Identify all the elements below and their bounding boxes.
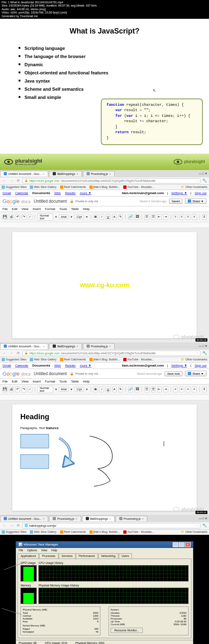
reload-button[interactable]: ⟳ (16, 523, 21, 528)
reload-button[interactable]: ⟳ (16, 350, 21, 356)
star-icon[interactable]: ☆ (196, 351, 198, 355)
tm-menu-options[interactable]: Options (27, 549, 37, 552)
align-justify-icon[interactable]: ≡ (192, 214, 196, 220)
highlight-icon[interactable]: ✎ (118, 214, 123, 220)
bookmark-item[interactable]: Suggested Sites (2, 186, 27, 189)
close-icon[interactable]: × (43, 344, 45, 348)
paint-icon[interactable]: ✓ (28, 214, 32, 220)
menu-table[interactable]: Table (71, 207, 79, 211)
image-icon[interactable]: 🖼 (135, 387, 139, 392)
gbar-gmail[interactable]: Gmail (2, 364, 11, 367)
forward-button[interactable]: → (9, 178, 14, 183)
link-icon[interactable]: 🔗 (128, 387, 133, 392)
spacing-icon[interactable]: ⇕ (202, 387, 207, 392)
bookmark-item[interactable]: Suggested Sites (2, 358, 27, 361)
signout-link[interactable]: Sign out (195, 364, 207, 367)
close-button[interactable]: × (185, 542, 191, 547)
align-icon[interactable]: ≡ (192, 387, 196, 392)
resource-monitor-button[interactable]: Resource Monitor... (111, 628, 143, 633)
close-icon[interactable]: × (43, 517, 45, 521)
menu-table[interactable]: Table (71, 380, 79, 383)
bookmark-item[interactable]: Reef Catchments (60, 530, 86, 534)
tab-processingjs[interactable]: Processing.js× (83, 343, 115, 349)
tm-menu-file[interactable]: File (18, 549, 23, 552)
document-title[interactable]: Untitled document (34, 371, 67, 376)
align-center-icon[interactable]: ≡ (180, 214, 184, 220)
other-bookmarks[interactable]: 📁 Other bookmarks (181, 358, 207, 361)
align-icon[interactable]: ≡ (186, 387, 190, 392)
bookmark-item[interactable]: Web Slice Gallery (30, 530, 57, 534)
forward-button[interactable]: → (9, 523, 14, 528)
minimize-button[interactable]: _ (173, 542, 178, 547)
tab-processingjs[interactable]: Processing.js× (49, 516, 81, 521)
maximize-button[interactable]: □ (179, 542, 185, 547)
save-button[interactable]: Saved (169, 199, 183, 204)
gbar-web[interactable]: Web (54, 364, 61, 367)
redo-icon[interactable]: ↷ (22, 214, 26, 220)
back-button[interactable]: ← (2, 523, 7, 528)
close-icon[interactable]: × (76, 517, 78, 521)
close-icon[interactable]: × (43, 172, 45, 176)
bookmark-item[interactable]: Reef Catchments (60, 186, 86, 189)
window-controls[interactable]: — □ ✕ (197, 517, 209, 520)
image-icon[interactable]: 🖼 (135, 214, 139, 220)
outdent-icon[interactable]: ⇤ (157, 214, 162, 220)
tab-processingjs[interactable]: Processing.js× (83, 171, 115, 177)
style-select[interactable]: Normal text (38, 213, 53, 221)
back-button[interactable]: ← (2, 178, 7, 183)
privacy-indicator[interactable]: 🔒Private to only me (70, 372, 98, 376)
menu-insert[interactable]: Insert (33, 380, 41, 383)
bold-icon[interactable]: B (93, 214, 98, 220)
menu-edit[interactable]: Edit (12, 380, 18, 383)
wrench-icon[interactable]: 🔧 (202, 178, 207, 183)
tab-processingjs[interactable]: Processing.js× (116, 516, 147, 521)
forward-button[interactable]: → (9, 350, 14, 356)
menu-edit[interactable]: Edit (12, 207, 18, 211)
document-page[interactable]: Heading Paragraphs. Text features (12, 405, 197, 511)
bookmark-item[interactable]: Reef Catchments (60, 358, 86, 361)
save-now-button[interactable]: Save now (165, 371, 183, 376)
menu-format[interactable]: Format (45, 207, 55, 211)
font-select[interactable]: Arial (59, 387, 69, 391)
size-select[interactable]: 11pt (74, 215, 84, 219)
indent-icon[interactable]: ⇥ (163, 387, 168, 392)
font-select[interactable]: Arial (59, 215, 69, 219)
menu-help[interactable]: Help (83, 380, 89, 383)
gbar-reader[interactable]: Reader (65, 364, 76, 367)
underline-icon[interactable]: U (106, 387, 110, 392)
bookmark-item[interactable]: jMar's Blog: Buildin... (89, 358, 120, 361)
close-icon[interactable]: × (142, 517, 144, 521)
tab-balldroppings[interactable]: BallDroppings× (49, 171, 82, 177)
gbar-documents[interactable]: Documents (32, 191, 50, 195)
bookmark-item[interactable]: YouTube - Moustac... (123, 530, 154, 534)
share-button[interactable]: Share ▼ (185, 198, 207, 204)
style-select[interactable]: Normal text (38, 386, 53, 393)
align-left-icon[interactable]: ≡ (173, 214, 178, 220)
list-icon[interactable]: ☰ (151, 387, 156, 392)
tm-tab-performance[interactable]: Performance (76, 553, 98, 559)
align-right-icon[interactable]: ≡ (186, 214, 190, 220)
signout-link[interactable]: Sign out (195, 191, 207, 195)
balldroppings-canvas[interactable]: 📊 Windows Task Manager _□× File Options … (0, 535, 209, 644)
back-button[interactable]: ← (2, 350, 7, 356)
italic-icon[interactable]: I (100, 214, 104, 220)
outdent-icon[interactable]: ⇤ (157, 387, 162, 392)
undo-icon[interactable]: ↶ (15, 387, 20, 392)
text-color-icon[interactable]: A (112, 214, 117, 220)
numbered-list-icon[interactable]: ☰ (145, 214, 149, 220)
tab-untitled-doc[interactable]: Untitled document - Goo...× (0, 516, 48, 521)
document-title[interactable]: Untitled document (34, 199, 67, 203)
gbar-more[interactable]: more ▼ (80, 191, 91, 195)
close-icon[interactable]: × (76, 344, 78, 348)
tm-tab-applications[interactable]: Applications (18, 553, 39, 559)
url-input[interactable]: 🔒https://docs.google.com/document/d/1UYz… (22, 351, 200, 356)
gbar-web[interactable]: Web (54, 191, 61, 195)
bookmark-item[interactable]: jMar's Blog: Buildin... (89, 186, 120, 189)
tm-tab-processes[interactable]: Processes (39, 553, 58, 559)
gbar-gmail[interactable]: Gmail (2, 191, 11, 195)
bookmark-item[interactable]: YouTube - Moustac... (123, 358, 154, 361)
undo-icon[interactable]: ↶ (15, 214, 20, 220)
tab-balldroppings[interactable]: BallDroppings× (49, 343, 82, 349)
bookmark-item[interactable]: YouTube - Moustac... (123, 186, 154, 189)
redo-icon[interactable]: ↷ (22, 387, 26, 392)
